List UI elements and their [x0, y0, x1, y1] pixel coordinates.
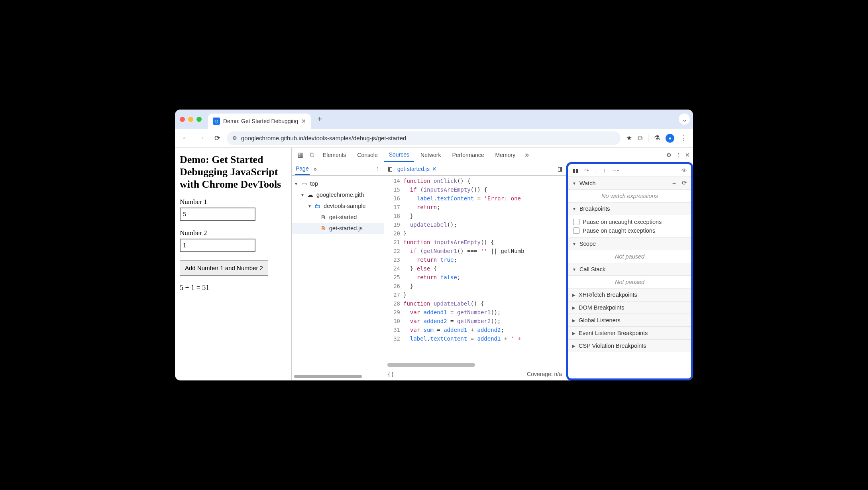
navigator-menu-icon[interactable]: ⋮	[375, 166, 381, 172]
inspect-element-icon[interactable]: ▦	[295, 151, 306, 159]
tab-overflow-button[interactable]: ⌄	[679, 114, 690, 125]
step-icon[interactable]: →•	[611, 167, 619, 174]
coverage-text: Coverage: n/a	[527, 371, 562, 377]
devtools-menu-icon[interactable]: ⋮	[676, 152, 681, 158]
tab-elements[interactable]: Elements	[318, 149, 351, 161]
callstack-header[interactable]: ▼ Call Stack	[568, 263, 691, 276]
devtools: ▦ ⧉ Elements Console Sources Network Per…	[292, 148, 693, 380]
devtools-body: Page » ⋮ ▼ ▭ top ▼ ☁ googlechro	[292, 162, 693, 380]
omnibox[interactable]: ⚙ googlechrome.github.io/devtools-sample…	[227, 131, 621, 145]
breakpoints-header[interactable]: ▼ Breakpoints	[568, 202, 691, 215]
tab-memory[interactable]: Memory	[491, 149, 520, 161]
add-button[interactable]: Add Number 1 and Number 2	[180, 260, 268, 276]
scope-empty: Not paused	[568, 250, 691, 263]
content-area: Demo: Get Started Debugging JavaScript w…	[175, 148, 693, 380]
line-gutter: 14 15 16 17 18 19 20 21 22 23 24 25 26 2…	[384, 176, 403, 363]
tabs-overflow-icon[interactable]: »	[522, 151, 532, 159]
callstack-title: Call Stack	[579, 266, 605, 272]
debugger-toolbar: ▮▮ ↷ ↓ ↑ →• 👁	[568, 164, 691, 177]
chevron-right-icon: ▶	[572, 344, 575, 348]
devtools-close-icon[interactable]: ✕	[685, 152, 690, 158]
checkbox-icon	[573, 219, 579, 225]
tree-top[interactable]: ▼ ▭ top	[292, 178, 384, 189]
toggle-navigator-icon[interactable]: ◧	[387, 166, 393, 172]
breakpoints-body: Pause on uncaught exceptions Pause on ca…	[568, 215, 691, 237]
navigator-overflow-icon[interactable]: »	[314, 166, 317, 172]
collapsed-section[interactable]: ▶CSP Violation Breakpoints	[568, 339, 691, 352]
file-icon: 🗎	[320, 214, 327, 221]
section-title: XHR/fetch Breakpoints	[579, 292, 637, 298]
navigator-tab-page[interactable]: Page	[295, 163, 310, 175]
editor-tab-close-icon[interactable]: ✕	[432, 166, 437, 172]
tree-domain-label: googlechrome.gith	[316, 192, 364, 198]
tab-performance[interactable]: Performance	[447, 149, 489, 161]
js-file-icon: 🗎	[320, 225, 327, 232]
watch-title: Watch	[579, 180, 596, 186]
separator	[648, 134, 648, 142]
disclosure-triangle-icon: ▼	[300, 193, 304, 197]
tree-file-html-label: get-started	[329, 214, 357, 220]
chevron-right-icon: ▶	[572, 293, 575, 297]
refresh-watch-icon[interactable]: ⟳	[682, 180, 687, 187]
window-maximize[interactable]	[196, 117, 202, 122]
code-editor[interactable]: 14 15 16 17 18 19 20 21 22 23 24 25 26 2…	[384, 176, 566, 363]
collapsed-section[interactable]: ▶DOM Breakpoints	[568, 301, 691, 314]
close-tab-icon[interactable]: ✕	[301, 118, 306, 124]
step-out-icon[interactable]: ↑	[603, 167, 606, 174]
back-button[interactable]: ←	[179, 132, 192, 145]
device-toolbar-icon[interactable]: ⧉	[307, 151, 316, 159]
browser-tab[interactable]: ◎ Demo: Get Started Debugging ✕	[208, 114, 311, 129]
window-close[interactable]	[180, 117, 185, 122]
watch-empty: No watch expressions	[568, 190, 691, 202]
new-tab-button[interactable]: +	[314, 115, 325, 124]
site-settings-icon[interactable]: ⚙	[232, 135, 237, 141]
extensions-icon[interactable]: ⧉	[638, 134, 642, 142]
collapsed-section[interactable]: ▶XHR/fetch Breakpoints	[568, 288, 691, 301]
step-into-icon[interactable]: ↓	[595, 167, 597, 174]
tab-console[interactable]: Console	[352, 149, 382, 161]
tree-domain[interactable]: ▼ ☁ googlechrome.gith	[292, 189, 384, 200]
add-watch-icon[interactable]: ＋	[671, 180, 677, 187]
profile-avatar[interactable]: ●	[666, 134, 674, 143]
scope-header[interactable]: ▼ Scope	[568, 237, 691, 250]
browser-menu-icon[interactable]: ⋮	[680, 134, 687, 142]
pretty-print-icon[interactable]: { }	[388, 371, 393, 377]
watch-header[interactable]: ▼ Watch ＋ ⟳	[568, 177, 691, 190]
window-icon: ▭	[300, 180, 308, 187]
step-over-icon[interactable]: ↷	[584, 167, 589, 174]
browser-window: ◎ Demo: Get Started Debugging ✕ + ⌄ ← → …	[175, 110, 693, 380]
collapsed-section[interactable]: ▶Global Listeners	[568, 314, 691, 327]
tab-network[interactable]: Network	[416, 149, 446, 161]
editor-scrollbar[interactable]	[387, 363, 475, 367]
navigator-scrollbar[interactable]	[294, 375, 362, 378]
input-number-1[interactable]	[180, 208, 255, 221]
reload-button[interactable]: ⟳	[211, 132, 224, 145]
window-minimize[interactable]	[188, 117, 193, 122]
disclosure-triangle-icon: ▼	[294, 182, 298, 186]
input-number-2[interactable]	[180, 239, 255, 252]
pause-caught-label: Pause on caught exceptions	[583, 227, 655, 234]
bookmark-star-icon[interactable]: ★	[626, 134, 632, 142]
chevron-right-icon: ▶	[572, 318, 575, 323]
tree-file-js[interactable]: 🗎 get-started.js	[292, 223, 384, 234]
tree-file-html[interactable]: 🗎 get-started	[292, 212, 384, 223]
deactivate-breakpoints-icon[interactable]: 👁	[681, 167, 687, 174]
toggle-debugger-icon[interactable]: ◨	[558, 166, 563, 172]
tree-folder[interactable]: ▼ 🗀 devtools-sample	[292, 200, 384, 212]
pause-caught-checkbox[interactable]: Pause on caught exceptions	[573, 226, 686, 235]
editor-tab-file[interactable]: get-started.js ✕	[397, 166, 437, 172]
url-text: googlechrome.github.io/devtools-samples/…	[241, 135, 406, 141]
labs-icon[interactable]: ⚗	[654, 134, 660, 142]
pause-icon[interactable]: ▮▮	[572, 167, 579, 174]
forward-button[interactable]: →	[195, 132, 208, 145]
settings-gear-icon[interactable]: ⚙	[666, 152, 672, 158]
chevron-down-icon: ▼	[572, 242, 576, 246]
editor-tab-label: get-started.js	[397, 166, 430, 172]
scope-title: Scope	[579, 241, 596, 247]
collapsed-section[interactable]: ▶Event Listener Breakpoints	[568, 327, 691, 339]
result-text: 5 + 1 = 51	[180, 284, 287, 292]
tab-sources[interactable]: Sources	[384, 148, 414, 162]
address-bar: ← → ⟳ ⚙ googlechrome.github.io/devtools-…	[175, 129, 693, 148]
chevron-down-icon: ▼	[572, 267, 576, 272]
pause-uncaught-checkbox[interactable]: Pause on uncaught exceptions	[573, 218, 686, 226]
